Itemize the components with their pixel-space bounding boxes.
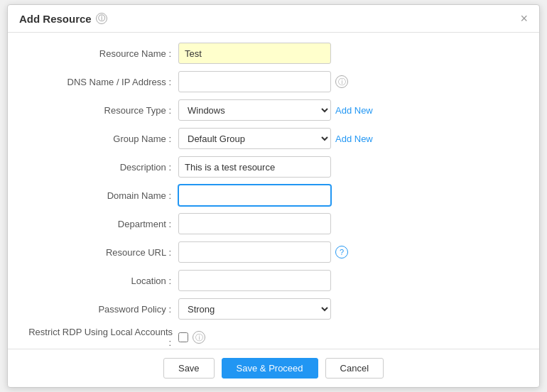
save-proceed-button[interactable]: Save & Proceed [222,358,318,379]
description-label: Description : [22,162,178,173]
resource-type-control: Windows Linux Mac Add New [178,99,525,121]
group-name-label: Group Name : [22,134,178,144]
resource-type-label: Resource Type : [22,105,178,116]
add-resource-dialog: Add Resource ⓘ × Resource Name : DNS Nam… [7,4,540,388]
resource-type-select[interactable]: Windows Linux Mac [178,99,331,121]
dialog-header: Add Resource ⓘ × [8,5,539,33]
restrict-rdp-checkbox[interactable] [178,332,188,342]
resource-url-info-icon[interactable]: ? [335,246,348,258]
location-input[interactable] [178,270,331,291]
resource-url-control: ? [178,241,525,263]
password-policy-control: Strong Medium Weak [178,298,525,320]
group-name-select[interactable]: Default Group [178,128,331,149]
resource-url-input[interactable] [178,241,331,263]
domain-name-label: Domain Name : [22,190,178,201]
title-text: Add Resource [19,13,92,25]
domain-name-control [178,185,525,206]
dns-name-input[interactable] [178,71,331,92]
restrict-rdp-info-icon[interactable]: ⓘ [193,331,205,344]
resource-name-control [178,43,525,64]
description-row: Description : [22,156,525,178]
password-policy-row: Password Policy : Strong Medium Weak [22,298,525,320]
location-label: Location : [22,276,178,286]
cancel-button[interactable]: Cancel [325,358,384,379]
title-info-icon[interactable]: ⓘ [96,13,107,24]
save-button[interactable]: Save [163,358,215,379]
department-row: Department : [22,213,525,234]
dialog-body: Resource Name : DNS Name / IP Address : … [8,33,539,349]
dns-name-control: ⓘ [178,71,525,92]
department-input[interactable] [178,213,331,234]
resource-type-row: Resource Type : Windows Linux Mac Add Ne… [22,99,525,121]
restrict-rdp-label: Restrict RDP Using Local Accounts : [22,327,178,348]
restrict-rdp-control: ⓘ [178,331,525,344]
dialog-title: Add Resource ⓘ [19,13,107,25]
resource-name-row: Resource Name : [22,43,525,64]
dialog-footer: Save Save & Proceed Cancel [8,349,539,387]
domain-name-row: Domain Name : [22,185,525,206]
dns-name-row: DNS Name / IP Address : ⓘ [22,71,525,92]
password-policy-label: Password Policy : [22,304,178,315]
group-name-control: Default Group Add New [178,128,525,149]
dns-info-icon[interactable]: ⓘ [335,75,348,88]
resource-name-input[interactable] [178,43,331,64]
resource-type-add-new[interactable]: Add New [335,105,373,116]
group-name-add-new[interactable]: Add New [335,134,373,144]
group-name-row: Group Name : Default Group Add New [22,128,525,149]
department-label: Department : [22,219,178,229]
department-control [178,213,525,234]
close-button[interactable]: × [520,12,528,25]
restrict-rdp-row: Restrict RDP Using Local Accounts : ⓘ [22,327,525,348]
location-control [178,270,525,291]
description-input[interactable] [178,156,331,178]
resource-url-row: Resource URL : ? [22,241,525,263]
resource-url-label: Resource URL : [22,247,178,258]
password-policy-select[interactable]: Strong Medium Weak [178,298,331,320]
location-row: Location : [22,270,525,291]
dns-name-label: DNS Name / IP Address : [22,77,178,87]
domain-name-input[interactable] [178,185,331,206]
resource-name-label: Resource Name : [22,48,178,59]
description-control [178,156,525,178]
